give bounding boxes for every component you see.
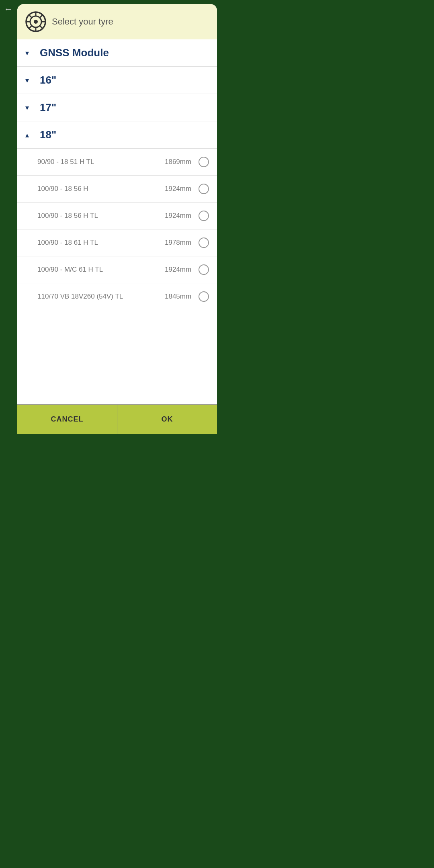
section-gnss[interactable]: ▾ GNSS Module [17,39,217,67]
modal-body[interactable]: ▾ GNSS Module ▾ 16" ▾ 17" ▴ 18" 90/90 - … [17,39,217,404]
tyre-size-3: 1978mm [165,239,193,247]
tyre-spec-4: 100/90 - M/C 61 H TL [37,265,165,274]
tyre-size-0: 1869mm [165,158,193,166]
svg-point-2 [34,20,38,24]
tyre-size-5: 1845mm [165,293,193,301]
radio-3[interactable] [199,237,209,248]
tyre-spec-5: 110/70 VB 18V260 (54V) TL [37,292,165,301]
cancel-button[interactable]: CANCEL [17,405,117,434]
top-bar: ← [4,4,13,14]
chevron-18in-icon: ▴ [25,131,33,139]
tyre-spec-2: 100/90 - 18 56 H TL [37,211,165,221]
section-gnss-label: GNSS Module [40,47,109,59]
tyre-size-1: 1924mm [165,185,193,193]
tyre-option-3[interactable]: 100/90 - 18 61 H TL 1978mm [17,229,217,256]
tyre-option-1[interactable]: 100/90 - 18 56 H 1924mm [17,176,217,203]
tyre-size-4: 1924mm [165,266,193,274]
tyre-option-4[interactable]: 100/90 - M/C 61 H TL 1924mm [17,256,217,283]
chevron-17in-icon: ▾ [25,103,33,112]
chevron-16in-icon: ▾ [25,76,33,85]
tyre-option-0[interactable]: 90/90 - 18 51 H TL 1869mm [17,149,217,176]
modal-footer: CANCEL OK [17,404,217,434]
chevron-gnss-icon: ▾ [25,49,33,57]
radio-2[interactable] [199,211,209,221]
radio-4[interactable] [199,264,209,275]
tyre-spec-3: 100/90 - 18 61 H TL [37,238,165,248]
tyre-size-2: 1924mm [165,212,193,220]
svg-line-8 [40,26,43,29]
svg-line-10 [29,26,32,29]
radio-0[interactable] [199,157,209,167]
tyre-spec-1: 100/90 - 18 56 H [37,184,165,194]
section-18in-label: 18" [40,129,56,141]
tyre-icon [25,11,46,32]
tyre-option-5[interactable]: 110/70 VB 18V260 (54V) TL 1845mm [17,283,217,310]
modal-title: Select your tyre [52,16,113,27]
section-16in-label: 16" [40,74,56,86]
section-18in[interactable]: ▴ 18" [17,121,217,149]
ok-button[interactable]: OK [117,405,217,434]
section-17in[interactable]: ▾ 17" [17,94,217,121]
tyre-option-2[interactable]: 100/90 - 18 56 H TL 1924mm [17,203,217,229]
tyre-selection-modal: Select your tyre ▾ GNSS Module ▾ 16" ▾ 1… [17,4,217,434]
tyre-spec-0: 90/90 - 18 51 H TL [37,157,165,167]
back-arrow-icon[interactable]: ← [4,4,13,14]
radio-1[interactable] [199,184,209,194]
radio-5[interactable] [199,291,209,302]
section-17in-label: 17" [40,101,56,114]
svg-line-9 [40,15,43,18]
section-16in[interactable]: ▾ 16" [17,67,217,94]
svg-line-7 [29,15,32,18]
modal-header: Select your tyre [17,4,217,39]
